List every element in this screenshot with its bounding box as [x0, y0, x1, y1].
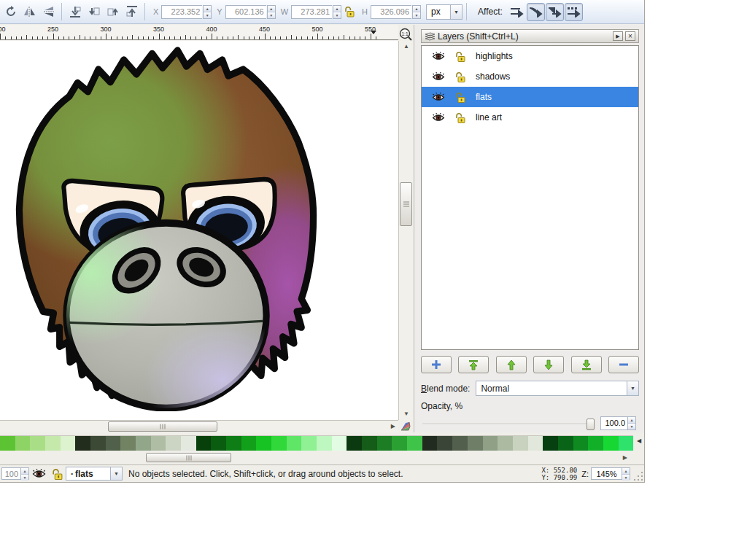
palette-swatch[interactable] — [30, 436, 45, 451]
palette-swatch[interactable] — [181, 436, 196, 451]
palette-swatch[interactable] — [347, 436, 362, 451]
layer-opacity-field[interactable]: 100 — [1, 467, 20, 480]
palette-swatch[interactable] — [317, 436, 332, 451]
palette-swatch[interactable] — [196, 436, 212, 451]
raise-to-top-button[interactable] — [123, 3, 141, 21]
layer-row[interactable]: flats — [422, 87, 638, 107]
delete-layer-button[interactable] — [608, 356, 639, 373]
lock-icon[interactable] — [454, 92, 467, 103]
palette-swatch[interactable] — [468, 436, 483, 451]
palette-swatch[interactable] — [226, 436, 241, 451]
eye-icon[interactable] — [432, 93, 445, 102]
horizontal-scrollbar[interactable]: ▶ — [0, 420, 398, 432]
layer-opacity-spinner[interactable]: ▲▼ — [20, 467, 29, 480]
lower-button[interactable] — [85, 3, 103, 21]
lower-layer-to-bottom-button[interactable] — [571, 356, 602, 373]
raise-layer-button[interactable] — [496, 356, 527, 373]
vertical-scroll-thumb[interactable] — [400, 182, 412, 226]
raise-layer-to-top-button[interactable] — [458, 356, 489, 373]
scroll-right-icon[interactable]: ▶ — [391, 424, 395, 429]
layer-row[interactable]: line art — [422, 107, 638, 128]
zoom-1-1-indicator[interactable]: 1:1 — [398, 27, 414, 41]
x-field-spinner[interactable]: ▲▼ — [203, 5, 212, 19]
eye-icon[interactable] — [432, 113, 445, 122]
vertical-scrollbar[interactable]: ▲ ▼ — [398, 41, 413, 420]
layer-visibility-eye-icon[interactable] — [32, 469, 46, 479]
current-layer-dropdown[interactable]: ·flats ▼ — [66, 466, 123, 481]
palette-swatch[interactable] — [45, 436, 61, 451]
flip-vertical-button[interactable] — [39, 3, 58, 21]
palette-swatch[interactable] — [498, 436, 513, 451]
w-field[interactable]: 273.281 — [291, 5, 332, 19]
palette-swatch[interactable] — [75, 436, 90, 451]
palette-scroll-thumb[interactable] — [146, 453, 231, 462]
blend-mode-dropdown[interactable]: Normal ▼ — [476, 381, 639, 396]
lock-icon[interactable] — [454, 51, 467, 62]
y-field-spinner[interactable]: ▲▼ — [267, 5, 276, 19]
palette-swatch[interactable] — [362, 436, 377, 451]
w-field-spinner[interactable]: ▲▼ — [333, 5, 341, 19]
palette-swatch[interactable] — [90, 436, 106, 451]
opacity-slider-thumb[interactable] — [587, 419, 595, 430]
affect-round-corners-button[interactable] — [527, 3, 545, 21]
palette-swatch[interactable] — [301, 436, 317, 451]
palette-swatch[interactable] — [392, 436, 407, 451]
lower-layer-button[interactable] — [533, 356, 564, 373]
palette-swatch[interactable] — [61, 436, 76, 451]
opacity-spinner[interactable]: ▲▼ — [627, 416, 636, 430]
y-field[interactable]: 602.136 — [225, 5, 266, 19]
window-resize-grip[interactable] — [632, 472, 643, 481]
palette-swatch[interactable] — [588, 436, 603, 451]
h-field-spinner[interactable]: ▲▼ — [412, 5, 421, 19]
affect-scale-stroke-button[interactable] — [508, 3, 526, 21]
palette-swatch[interactable] — [120, 436, 136, 451]
opacity-value[interactable]: 100.0 — [600, 416, 627, 430]
panel-expand-button[interactable]: ▶ — [613, 31, 623, 41]
lock-icon[interactable] — [454, 112, 467, 123]
palette-swatch[interactable] — [603, 436, 619, 451]
color-management-icon[interactable] — [398, 420, 413, 432]
palette-swatch[interactable] — [377, 436, 392, 451]
palette-swatch[interactable] — [619, 436, 634, 451]
palette-swatch[interactable] — [543, 436, 558, 451]
rotate-90-ccw-button[interactable] — [1, 3, 20, 21]
palette-swatch[interactable] — [558, 436, 573, 451]
palette-swatch[interactable] — [513, 436, 528, 451]
panel-close-button[interactable]: × — [625, 31, 635, 41]
opacity-spinbox[interactable]: 100.0 ▲▼ — [600, 416, 636, 430]
scroll-down-icon[interactable]: ▼ — [403, 411, 409, 417]
scroll-up-icon[interactable]: ▲ — [403, 44, 409, 50]
palette-swatch[interactable] — [422, 436, 438, 451]
palette-swatch[interactable] — [483, 436, 498, 451]
drawing-canvas[interactable] — [0, 41, 398, 420]
palette-swatch[interactable] — [241, 436, 257, 451]
affect-pattern-button[interactable] — [565, 3, 583, 21]
eye-icon[interactable] — [432, 72, 445, 82]
palette-scroll-left-icon[interactable]: ◀ — [633, 436, 645, 445]
zoom-field[interactable]: 145% — [591, 467, 622, 480]
zoom-spinner[interactable]: ▲▼ — [622, 467, 630, 480]
palette-scrollbar[interactable]: ▶ — [0, 452, 633, 463]
palette-swatch[interactable] — [151, 436, 166, 451]
palette-swatch[interactable] — [166, 436, 181, 451]
x-field[interactable]: 223.352 — [161, 5, 202, 19]
palette-swatch[interactable] — [136, 436, 151, 451]
palette-swatch[interactable] — [106, 436, 121, 451]
h-field[interactable]: 326.096 — [371, 5, 411, 19]
flip-horizontal-button[interactable] — [20, 3, 39, 21]
palette-swatch[interactable] — [528, 436, 543, 451]
new-layer-button[interactable] — [421, 356, 452, 373]
affect-gradient-button[interactable] — [546, 3, 564, 21]
palette-scroll-right-icon[interactable]: ▶ — [623, 455, 627, 461]
horizontal-scroll-thumb[interactable] — [108, 421, 217, 432]
palette-swatch[interactable] — [15, 436, 31, 451]
palette-swatch[interactable] — [0, 436, 15, 451]
raise-button[interactable] — [104, 3, 122, 21]
palette-swatch[interactable] — [256, 436, 271, 451]
units-dropdown[interactable]: px ▼ — [426, 4, 462, 20]
layer-lock-icon[interactable] — [52, 468, 63, 480]
lock-icon[interactable] — [454, 71, 467, 82]
opacity-slider[interactable] — [422, 419, 595, 430]
palette-swatch[interactable] — [271, 436, 287, 451]
palette-swatch[interactable] — [407, 436, 422, 451]
